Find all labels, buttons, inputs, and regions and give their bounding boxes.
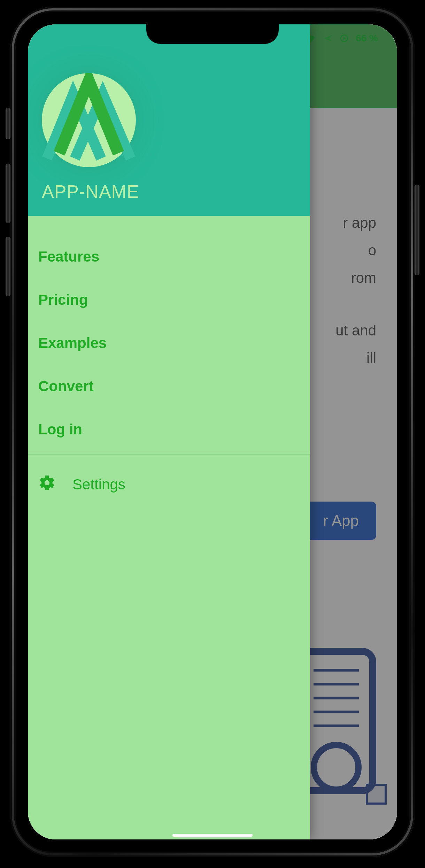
drawer-settings-label: Settings	[72, 476, 125, 493]
phone-side-button	[6, 108, 10, 139]
drawer-item-examples[interactable]: Examples	[38, 321, 300, 365]
gear-icon	[38, 474, 56, 495]
phone-side-button	[6, 237, 10, 296]
drawer-header: APP-NAME	[28, 24, 310, 216]
phone-screen: r app o rom ut and ill r App 15:40	[28, 24, 397, 839]
phone-side-button	[415, 185, 419, 275]
drawer-item-login[interactable]: Log in	[38, 408, 300, 451]
drawer-item-convert[interactable]: Convert	[38, 365, 300, 408]
app-name: APP-NAME	[42, 181, 296, 202]
drawer-list: Features Pricing Examples Convert Log in…	[28, 216, 310, 508]
navigation-drawer: APP-NAME Features Pricing Examples Conve…	[28, 24, 310, 839]
drawer-item-features[interactable]: Features	[38, 235, 300, 278]
battery-percent: 66 %	[356, 33, 378, 44]
drawer-item-settings[interactable]: Settings	[38, 461, 300, 508]
airplane-icon	[323, 33, 333, 43]
battery-icon	[340, 34, 349, 43]
phone-side-button	[6, 164, 10, 223]
app-logo	[42, 73, 136, 167]
home-indicator	[172, 834, 253, 837]
drawer-item-pricing[interactable]: Pricing	[38, 278, 300, 321]
drawer-divider	[28, 454, 310, 455]
phone-notch	[146, 24, 279, 44]
screenshot-root: r app o rom ut and ill r App 15:40	[0, 0, 425, 868]
